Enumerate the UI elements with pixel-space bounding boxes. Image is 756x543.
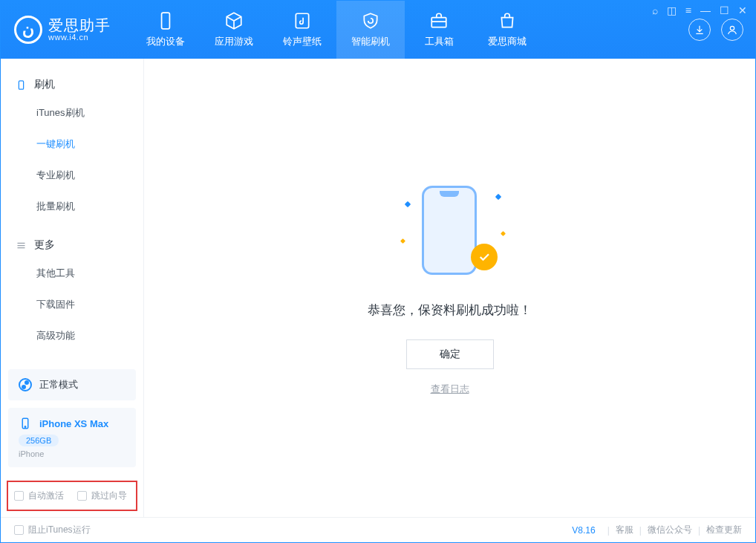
- device-card[interactable]: iPhone XS Max 256GB iPhone: [8, 408, 136, 467]
- device-type: iPhone: [19, 449, 126, 458]
- svg-rect-4: [19, 80, 23, 88]
- bag-icon: [498, 11, 517, 30]
- status-bar: 阻止iTunes运行 V8.16 | 客服 | 微信公众号 | 检查更新: [1, 517, 755, 542]
- tab-label: 爱思商城: [488, 35, 527, 48]
- sidebar-item-advanced[interactable]: 高级功能: [1, 320, 143, 351]
- device-name: iPhone XS Max: [39, 418, 108, 429]
- mode-label: 正常模式: [39, 378, 78, 391]
- maximize-button[interactable]: ☐: [720, 4, 729, 16]
- check-update-link[interactable]: 检查更新: [706, 524, 742, 536]
- feedback-icon[interactable]: ◫: [667, 4, 677, 16]
- view-log-link[interactable]: 查看日志: [431, 383, 469, 396]
- tab-apps-games[interactable]: 应用游戏: [200, 1, 268, 59]
- app-subtitle: www.i4.cn: [48, 33, 111, 42]
- tab-label: 智能刷机: [351, 35, 390, 48]
- phone-illustration-icon: [422, 186, 477, 275]
- separator: |: [639, 525, 642, 536]
- phone-small-icon: [16, 79, 27, 91]
- storage-badge: 256GB: [19, 435, 59, 446]
- checkbox-icon: [77, 491, 87, 501]
- shield-refresh-icon: [361, 11, 380, 30]
- download-button[interactable]: [688, 19, 711, 41]
- svg-rect-1: [296, 13, 308, 28]
- svg-point-3: [730, 26, 734, 30]
- section-label: 刷机: [34, 78, 55, 91]
- checkbox-icon: [14, 491, 24, 501]
- tshirt-icon[interactable]: ⌕: [652, 4, 658, 16]
- checkbox-label: 阻止iTunes运行: [28, 524, 91, 536]
- phone-icon: [156, 11, 175, 30]
- tab-store[interactable]: 爱思商城: [473, 1, 541, 59]
- cube-icon: [224, 11, 244, 30]
- sidebar-section-more: 更多: [1, 233, 143, 258]
- checkbox-label: 跳过向导: [91, 490, 127, 502]
- highlighted-options: 自动激活 跳过向导: [7, 481, 137, 511]
- minimize-button[interactable]: —: [700, 4, 711, 16]
- checkbox-label: 自动激活: [28, 490, 64, 502]
- ok-button[interactable]: 确定: [406, 339, 494, 369]
- success-illustration: [398, 180, 502, 284]
- sidebar-item-other-tools[interactable]: 其他工具: [1, 258, 143, 289]
- toolbox-icon: [429, 11, 449, 30]
- sidebar-item-itunes-flash[interactable]: iTunes刷机: [1, 97, 143, 129]
- checkbox-block-itunes[interactable]: 阻止iTunes运行: [14, 524, 91, 536]
- header: ن 爱思助手 www.i4.cn 我的设备 应用游戏 铃声壁纸 智能刷机 工具箱: [1, 1, 755, 59]
- support-link[interactable]: 客服: [616, 524, 633, 536]
- tab-label: 应用游戏: [215, 35, 253, 48]
- window-controls: ⌕ ◫ ≡ — ☐ ✕: [652, 4, 747, 16]
- sidebar-item-batch-flash[interactable]: 批量刷机: [1, 191, 143, 222]
- version-label: V8.16: [572, 525, 595, 536]
- tab-label: 我的设备: [146, 35, 185, 48]
- svg-rect-0: [162, 13, 170, 29]
- tab-ringtones[interactable]: 铃声壁纸: [268, 1, 336, 59]
- check-badge-icon: [471, 244, 498, 270]
- checkbox-icon: [14, 525, 24, 535]
- mode-card[interactable]: 正常模式: [8, 369, 136, 400]
- tab-label: 工具箱: [425, 35, 454, 48]
- logo[interactable]: ن 爱思助手 www.i4.cn: [14, 16, 111, 44]
- logo-icon: ن: [14, 16, 42, 44]
- account-button[interactable]: [721, 19, 743, 41]
- tab-label: 铃声壁纸: [283, 35, 322, 48]
- list-icon: [16, 240, 27, 251]
- wechat-link[interactable]: 微信公众号: [648, 524, 692, 536]
- user-icon: [726, 24, 738, 36]
- svg-rect-2: [431, 18, 446, 27]
- checkbox-skip-guide[interactable]: 跳过向导: [77, 490, 127, 502]
- music-icon: [293, 11, 312, 30]
- close-button[interactable]: ✕: [738, 4, 747, 16]
- sidebar-section-flash: 刷机: [1, 72, 143, 97]
- sidebar: 刷机 iTunes刷机 一键刷机 专业刷机 批量刷机 更多 其他工具 下载固件 …: [1, 59, 144, 517]
- sidebar-item-onekey-flash[interactable]: 一键刷机: [1, 129, 143, 160]
- checkbox-auto-activate[interactable]: 自动激活: [14, 490, 64, 502]
- device-phone-icon: [19, 417, 32, 430]
- main-content: 恭喜您，保资料刷机成功啦！ 确定 查看日志: [144, 59, 755, 517]
- app-title: 爱思助手: [48, 18, 111, 33]
- nav-tabs: 我的设备 应用游戏 铃声壁纸 智能刷机 工具箱 爱思商城: [131, 1, 541, 59]
- menu-icon[interactable]: ≡: [685, 4, 691, 16]
- separator: |: [698, 525, 700, 536]
- sidebar-item-pro-flash[interactable]: 专业刷机: [1, 160, 143, 191]
- success-message: 恭喜您，保资料刷机成功啦！: [368, 302, 532, 319]
- mode-icon: [19, 378, 32, 391]
- tab-smart-flash[interactable]: 智能刷机: [336, 1, 405, 59]
- download-icon: [694, 24, 706, 36]
- tab-toolbox[interactable]: 工具箱: [405, 1, 473, 59]
- separator: |: [607, 525, 610, 536]
- section-label: 更多: [34, 238, 55, 252]
- tab-my-device[interactable]: 我的设备: [131, 1, 200, 59]
- svg-point-6: [25, 426, 26, 428]
- sidebar-item-download-firmware[interactable]: 下载固件: [1, 289, 143, 320]
